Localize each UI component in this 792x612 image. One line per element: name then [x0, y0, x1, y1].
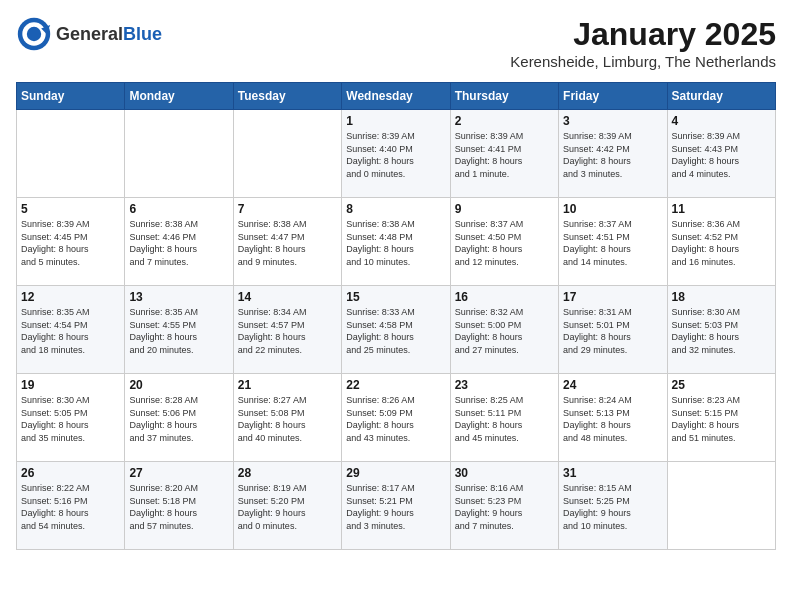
- calendar-day-3: 3Sunrise: 8:39 AM Sunset: 4:42 PM Daylig…: [559, 110, 667, 198]
- day-number: 4: [672, 114, 771, 128]
- day-number: 24: [563, 378, 662, 392]
- calendar-day-2: 2Sunrise: 8:39 AM Sunset: 4:41 PM Daylig…: [450, 110, 558, 198]
- day-number: 23: [455, 378, 554, 392]
- calendar-title: January 2025: [510, 16, 776, 53]
- day-number: 1: [346, 114, 445, 128]
- weekday-header-friday: Friday: [559, 83, 667, 110]
- calendar-day-4: 4Sunrise: 8:39 AM Sunset: 4:43 PM Daylig…: [667, 110, 775, 198]
- calendar-day-12: 12Sunrise: 8:35 AM Sunset: 4:54 PM Dayli…: [17, 286, 125, 374]
- weekday-header-monday: Monday: [125, 83, 233, 110]
- day-number: 3: [563, 114, 662, 128]
- calendar-day-19: 19Sunrise: 8:30 AM Sunset: 5:05 PM Dayli…: [17, 374, 125, 462]
- day-info: Sunrise: 8:22 AM Sunset: 5:16 PM Dayligh…: [21, 482, 120, 532]
- day-info: Sunrise: 8:16 AM Sunset: 5:23 PM Dayligh…: [455, 482, 554, 532]
- calendar-week-row: 5Sunrise: 8:39 AM Sunset: 4:45 PM Daylig…: [17, 198, 776, 286]
- day-number: 22: [346, 378, 445, 392]
- day-info: Sunrise: 8:23 AM Sunset: 5:15 PM Dayligh…: [672, 394, 771, 444]
- day-number: 11: [672, 202, 771, 216]
- calendar-day-27: 27Sunrise: 8:20 AM Sunset: 5:18 PM Dayli…: [125, 462, 233, 550]
- day-number: 7: [238, 202, 337, 216]
- logo-icon: [16, 16, 52, 52]
- calendar-day-30: 30Sunrise: 8:16 AM Sunset: 5:23 PM Dayli…: [450, 462, 558, 550]
- day-info: Sunrise: 8:39 AM Sunset: 4:43 PM Dayligh…: [672, 130, 771, 180]
- calendar-empty-cell: [17, 110, 125, 198]
- day-number: 26: [21, 466, 120, 480]
- day-info: Sunrise: 8:17 AM Sunset: 5:21 PM Dayligh…: [346, 482, 445, 532]
- logo: GeneralBlue: [16, 16, 162, 52]
- weekday-header-thursday: Thursday: [450, 83, 558, 110]
- day-info: Sunrise: 8:27 AM Sunset: 5:08 PM Dayligh…: [238, 394, 337, 444]
- calendar-day-20: 20Sunrise: 8:28 AM Sunset: 5:06 PM Dayli…: [125, 374, 233, 462]
- calendar-table: SundayMondayTuesdayWednesdayThursdayFrid…: [16, 82, 776, 550]
- day-number: 21: [238, 378, 337, 392]
- logo-text: GeneralBlue: [56, 24, 162, 45]
- calendar-empty-cell: [233, 110, 341, 198]
- day-info: Sunrise: 8:33 AM Sunset: 4:58 PM Dayligh…: [346, 306, 445, 356]
- calendar-day-22: 22Sunrise: 8:26 AM Sunset: 5:09 PM Dayli…: [342, 374, 450, 462]
- day-info: Sunrise: 8:30 AM Sunset: 5:03 PM Dayligh…: [672, 306, 771, 356]
- day-info: Sunrise: 8:28 AM Sunset: 5:06 PM Dayligh…: [129, 394, 228, 444]
- day-info: Sunrise: 8:37 AM Sunset: 4:50 PM Dayligh…: [455, 218, 554, 268]
- day-info: Sunrise: 8:26 AM Sunset: 5:09 PM Dayligh…: [346, 394, 445, 444]
- calendar-day-8: 8Sunrise: 8:38 AM Sunset: 4:48 PM Daylig…: [342, 198, 450, 286]
- calendar-day-6: 6Sunrise: 8:38 AM Sunset: 4:46 PM Daylig…: [125, 198, 233, 286]
- weekday-header-tuesday: Tuesday: [233, 83, 341, 110]
- calendar-day-24: 24Sunrise: 8:24 AM Sunset: 5:13 PM Dayli…: [559, 374, 667, 462]
- day-info: Sunrise: 8:37 AM Sunset: 4:51 PM Dayligh…: [563, 218, 662, 268]
- day-number: 9: [455, 202, 554, 216]
- day-info: Sunrise: 8:39 AM Sunset: 4:41 PM Dayligh…: [455, 130, 554, 180]
- day-number: 13: [129, 290, 228, 304]
- day-number: 25: [672, 378, 771, 392]
- calendar-week-row: 1Sunrise: 8:39 AM Sunset: 4:40 PM Daylig…: [17, 110, 776, 198]
- calendar-subtitle: Kerensheide, Limburg, The Netherlands: [510, 53, 776, 70]
- day-number: 5: [21, 202, 120, 216]
- calendar-day-9: 9Sunrise: 8:37 AM Sunset: 4:50 PM Daylig…: [450, 198, 558, 286]
- day-number: 12: [21, 290, 120, 304]
- calendar-day-29: 29Sunrise: 8:17 AM Sunset: 5:21 PM Dayli…: [342, 462, 450, 550]
- day-info: Sunrise: 8:25 AM Sunset: 5:11 PM Dayligh…: [455, 394, 554, 444]
- day-info: Sunrise: 8:15 AM Sunset: 5:25 PM Dayligh…: [563, 482, 662, 532]
- day-number: 28: [238, 466, 337, 480]
- day-info: Sunrise: 8:35 AM Sunset: 4:54 PM Dayligh…: [21, 306, 120, 356]
- day-number: 19: [21, 378, 120, 392]
- calendar-day-17: 17Sunrise: 8:31 AM Sunset: 5:01 PM Dayli…: [559, 286, 667, 374]
- weekday-header-sunday: Sunday: [17, 83, 125, 110]
- day-info: Sunrise: 8:35 AM Sunset: 4:55 PM Dayligh…: [129, 306, 228, 356]
- day-number: 29: [346, 466, 445, 480]
- day-number: 8: [346, 202, 445, 216]
- day-info: Sunrise: 8:38 AM Sunset: 4:47 PM Dayligh…: [238, 218, 337, 268]
- calendar-empty-cell: [125, 110, 233, 198]
- day-info: Sunrise: 8:20 AM Sunset: 5:18 PM Dayligh…: [129, 482, 228, 532]
- day-info: Sunrise: 8:36 AM Sunset: 4:52 PM Dayligh…: [672, 218, 771, 268]
- calendar-day-28: 28Sunrise: 8:19 AM Sunset: 5:20 PM Dayli…: [233, 462, 341, 550]
- calendar-day-18: 18Sunrise: 8:30 AM Sunset: 5:03 PM Dayli…: [667, 286, 775, 374]
- calendar-day-13: 13Sunrise: 8:35 AM Sunset: 4:55 PM Dayli…: [125, 286, 233, 374]
- day-info: Sunrise: 8:38 AM Sunset: 4:46 PM Dayligh…: [129, 218, 228, 268]
- calendar-day-26: 26Sunrise: 8:22 AM Sunset: 5:16 PM Dayli…: [17, 462, 125, 550]
- day-info: Sunrise: 8:38 AM Sunset: 4:48 PM Dayligh…: [346, 218, 445, 268]
- weekday-header-saturday: Saturday: [667, 83, 775, 110]
- day-info: Sunrise: 8:32 AM Sunset: 5:00 PM Dayligh…: [455, 306, 554, 356]
- day-info: Sunrise: 8:39 AM Sunset: 4:40 PM Dayligh…: [346, 130, 445, 180]
- calendar-day-14: 14Sunrise: 8:34 AM Sunset: 4:57 PM Dayli…: [233, 286, 341, 374]
- day-number: 16: [455, 290, 554, 304]
- calendar-week-row: 12Sunrise: 8:35 AM Sunset: 4:54 PM Dayli…: [17, 286, 776, 374]
- calendar-day-5: 5Sunrise: 8:39 AM Sunset: 4:45 PM Daylig…: [17, 198, 125, 286]
- day-number: 18: [672, 290, 771, 304]
- calendar-day-16: 16Sunrise: 8:32 AM Sunset: 5:00 PM Dayli…: [450, 286, 558, 374]
- day-info: Sunrise: 8:19 AM Sunset: 5:20 PM Dayligh…: [238, 482, 337, 532]
- day-info: Sunrise: 8:39 AM Sunset: 4:42 PM Dayligh…: [563, 130, 662, 180]
- day-info: Sunrise: 8:34 AM Sunset: 4:57 PM Dayligh…: [238, 306, 337, 356]
- day-number: 14: [238, 290, 337, 304]
- day-number: 27: [129, 466, 228, 480]
- day-number: 6: [129, 202, 228, 216]
- calendar-day-7: 7Sunrise: 8:38 AM Sunset: 4:47 PM Daylig…: [233, 198, 341, 286]
- svg-point-2: [27, 27, 41, 41]
- day-number: 17: [563, 290, 662, 304]
- day-number: 10: [563, 202, 662, 216]
- calendar-day-25: 25Sunrise: 8:23 AM Sunset: 5:15 PM Dayli…: [667, 374, 775, 462]
- day-info: Sunrise: 8:31 AM Sunset: 5:01 PM Dayligh…: [563, 306, 662, 356]
- calendar-day-1: 1Sunrise: 8:39 AM Sunset: 4:40 PM Daylig…: [342, 110, 450, 198]
- calendar-day-10: 10Sunrise: 8:37 AM Sunset: 4:51 PM Dayli…: [559, 198, 667, 286]
- day-info: Sunrise: 8:24 AM Sunset: 5:13 PM Dayligh…: [563, 394, 662, 444]
